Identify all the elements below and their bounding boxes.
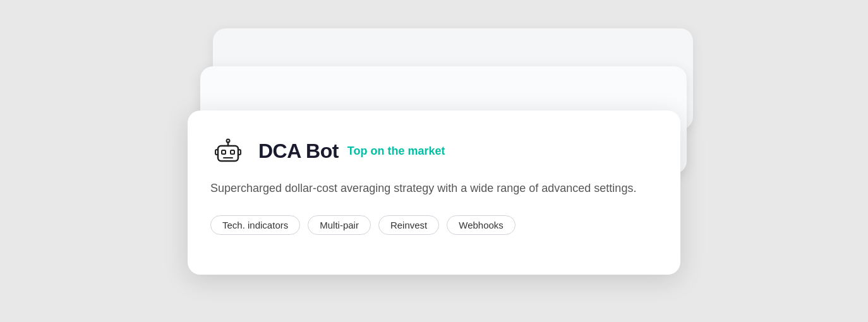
dca-bot-header: DCA Bot Top on the market	[210, 133, 655, 169]
dca-bot-title-area: DCA Bot Top on the market	[258, 140, 445, 163]
cards-stack: GRID Bot Signal Bot New el	[188, 28, 680, 294]
top-on-market-badge: Top on the market	[347, 145, 445, 158]
svg-rect-2	[231, 150, 234, 154]
dca-bot-description: Supercharged dollar-cost averaging strat…	[210, 180, 640, 198]
svg-rect-7	[238, 150, 241, 155]
robot-icon	[210, 133, 246, 169]
dca-bot-tags: Tech. indicatorsMulti-pairReinvestWebhoo…	[210, 215, 655, 235]
svg-rect-0	[218, 146, 238, 161]
tag-item: Webhooks	[447, 215, 515, 235]
tag-item: Reinvest	[378, 215, 439, 235]
svg-point-5	[227, 140, 230, 143]
dca-bot-title: DCA Bot	[258, 140, 339, 163]
svg-rect-6	[215, 150, 218, 155]
tag-item: Multi-pair	[308, 215, 371, 235]
svg-rect-1	[222, 150, 226, 154]
tag-item: Tech. indicators	[210, 215, 300, 235]
dca-bot-card[interactable]: DCA Bot Top on the market Supercharged d…	[188, 110, 680, 275]
